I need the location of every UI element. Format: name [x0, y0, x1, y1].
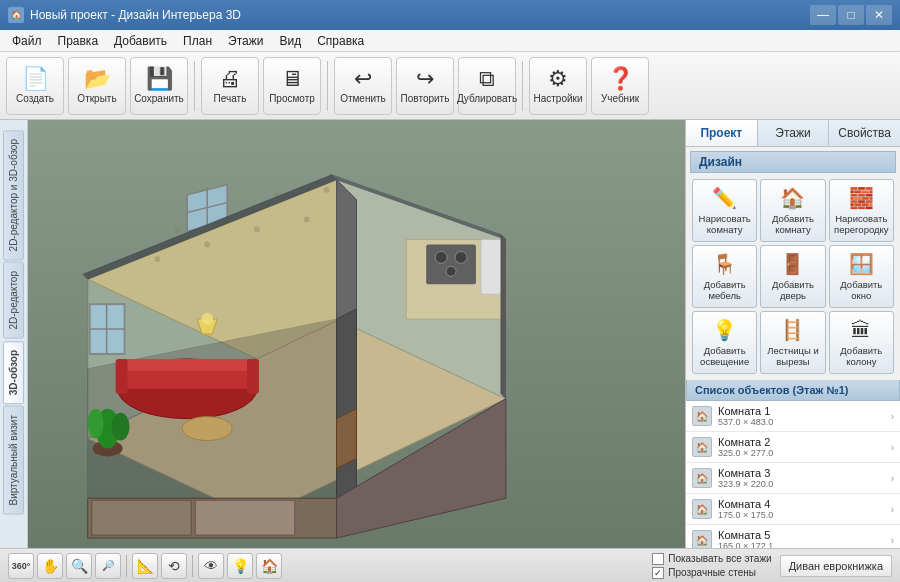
open-button[interactable]: 📂 Открыть [68, 57, 126, 115]
show-floors-check[interactable]: Показывать все этажи [652, 553, 771, 565]
room-icon: 🏠 [692, 530, 712, 548]
svg-point-37 [88, 409, 104, 439]
svg-point-13 [304, 217, 310, 223]
transparent-walls-checkbox[interactable]: ✓ [652, 567, 664, 579]
svg-rect-29 [120, 359, 255, 371]
save-button[interactable]: 💾 Сохранить [130, 57, 188, 115]
menu-file[interactable]: Файл [4, 32, 50, 50]
add-door-icon: 🚪 [780, 252, 805, 276]
svg-point-7 [324, 187, 330, 193]
separator-3 [522, 61, 523, 111]
add-column-button[interactable]: 🏛 Добавить колону [829, 311, 894, 374]
menu-help[interactable]: Справка [309, 32, 372, 50]
print-button[interactable]: 🖨 Печать [201, 57, 259, 115]
design-header: Дизайн [690, 151, 896, 173]
menu-add[interactable]: Добавить [106, 32, 175, 50]
svg-point-38 [112, 413, 130, 441]
minimize-button[interactable]: — [810, 5, 836, 25]
menu-plan[interactable]: План [175, 32, 220, 50]
zoom-in-tool[interactable]: 🔍 [66, 553, 92, 579]
tab-project[interactable]: Проект [686, 120, 758, 146]
room-icon: 🏠 [692, 468, 712, 488]
window-title: Новый проект - Дизайн Интерьера 3D [30, 8, 241, 22]
pan-tool[interactable]: ✋ [37, 553, 63, 579]
object-item[interactable]: 🏠 Комната 3 323.9 × 220.0 › [686, 463, 900, 494]
svg-point-12 [254, 227, 260, 233]
add-window-button[interactable]: 🪟 Добавить окно [829, 245, 894, 308]
svg-point-25 [446, 266, 456, 276]
duplicate-button[interactable]: ⧉ Дублировать [458, 57, 516, 115]
object-item[interactable]: 🏠 Комната 1 537.0 × 483.0 › [686, 401, 900, 432]
duplicate-icon: ⧉ [479, 68, 495, 90]
view-area[interactable] [28, 120, 685, 548]
settings-icon: ⚙ [548, 68, 568, 90]
selected-object-label: Диван еврокнижка [780, 555, 892, 577]
svg-rect-49 [195, 500, 295, 535]
tab-virtual[interactable]: Виртуальный визит [3, 406, 24, 515]
home-tool[interactable]: 🏠 [256, 553, 282, 579]
preview-icon: 🖥 [281, 68, 303, 90]
close-button[interactable]: ✕ [866, 5, 892, 25]
preview-button[interactable]: 🖥 Просмотр [263, 57, 321, 115]
eye-tool[interactable]: 👁 [198, 553, 224, 579]
show-floors-checkbox[interactable] [652, 553, 664, 565]
redo-button[interactable]: ↪ Повторить [396, 57, 454, 115]
add-room-button[interactable]: 🏠 Добавить комнату [760, 179, 825, 242]
objects-section: Список объектов (Этаж №1) 🏠 Комната 1 53… [686, 380, 900, 548]
tab-2d-3d[interactable]: 2D-редактор и 3D-обзор [3, 130, 24, 260]
360-tool[interactable]: 360° [8, 553, 34, 579]
menu-floors[interactable]: Этажи [220, 32, 271, 50]
create-icon: 📄 [22, 68, 49, 90]
svg-rect-30 [116, 359, 128, 394]
svg-point-32 [182, 417, 232, 441]
svg-point-24 [455, 251, 467, 263]
measure-tool[interactable]: 📐 [132, 553, 158, 579]
app-icon: 🏠 [8, 7, 24, 23]
tab-properties[interactable]: Свойства [829, 120, 900, 146]
status-tools: 360° ✋ 🔍 🔎 📐 ⟲ 👁 💡 🏠 [8, 553, 282, 579]
object-item[interactable]: 🏠 Комната 2 325.0 × 277.0 › [686, 432, 900, 463]
main-content: 2D-редактор и 3D-обзор 2D-редактор 3D-об… [0, 120, 900, 548]
draw-partition-button[interactable]: 🧱 Нарисовать перегородку [829, 179, 894, 242]
settings-button[interactable]: ⚙ Настройки [529, 57, 587, 115]
tutorial-button[interactable]: ❓ Учебник [591, 57, 649, 115]
add-light-button[interactable]: 💡 Добавить освещение [692, 311, 757, 374]
room-icon: 🏠 [692, 499, 712, 519]
add-window-icon: 🪟 [849, 252, 874, 276]
rotate-tool[interactable]: ⟲ [161, 553, 187, 579]
design-grid: ✏️ Нарисовать комнату 🏠 Добавить комнату… [690, 177, 896, 376]
chevron-icon: › [891, 535, 894, 546]
undo-button[interactable]: ↩ Отменить [334, 57, 392, 115]
tab-2d[interactable]: 2D-редактор [3, 262, 24, 339]
draw-room-button[interactable]: ✏️ Нарисовать комнату [692, 179, 757, 242]
object-item[interactable]: 🏠 Комната 5 165.0 × 172.1 › [686, 525, 900, 548]
svg-point-4 [174, 227, 180, 233]
separator-1 [194, 61, 195, 111]
draw-partition-icon: 🧱 [849, 186, 874, 210]
menu-edit[interactable]: Правка [50, 32, 107, 50]
add-column-icon: 🏛 [851, 319, 871, 342]
tutorial-icon: ❓ [607, 68, 634, 90]
separator [192, 555, 193, 577]
stairs-button[interactable]: 🪜 Лестницы и вырезы [760, 311, 825, 374]
maximize-button[interactable]: □ [838, 5, 864, 25]
light-tool[interactable]: 💡 [227, 553, 253, 579]
add-furniture-button[interactable]: 🪑 Добавить мебель [692, 245, 757, 308]
add-door-button[interactable]: 🚪 Добавить дверь [760, 245, 825, 308]
left-tabs: 2D-редактор и 3D-обзор 2D-редактор 3D-об… [0, 120, 28, 548]
tab-3d[interactable]: 3D-обзор [3, 341, 24, 404]
svg-rect-26 [481, 239, 503, 294]
zoom-out-tool[interactable]: 🔎 [95, 553, 121, 579]
svg-marker-52 [501, 234, 506, 398]
object-item[interactable]: 🏠 Комната 4 175.0 × 175.0 › [686, 494, 900, 525]
add-room-icon: 🏠 [780, 186, 805, 210]
menu-view[interactable]: Вид [271, 32, 309, 50]
design-section: Дизайн ✏️ Нарисовать комнату 🏠 Добавить … [686, 147, 900, 380]
add-furniture-icon: 🪑 [712, 252, 737, 276]
create-button[interactable]: 📄 Создать [6, 57, 64, 115]
chevron-icon: › [891, 411, 894, 422]
tab-floors[interactable]: Этажи [758, 120, 830, 146]
print-icon: 🖨 [219, 68, 241, 90]
transparent-walls-check[interactable]: ✓ Прозрачные стены [652, 567, 771, 579]
svg-marker-18 [337, 180, 357, 319]
